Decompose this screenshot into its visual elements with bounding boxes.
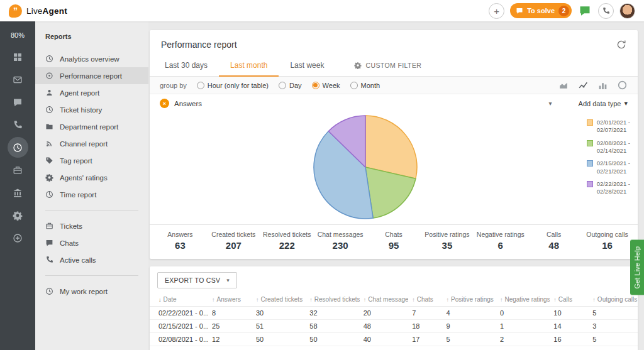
sidebar-item-label: Time report (60, 191, 96, 199)
radio-hour-only-for-table[interactable]: Hour (only for table) (197, 82, 269, 89)
chats-header-button[interactable] (577, 3, 592, 18)
series-collapse-caret[interactable]: ▾ (549, 100, 552, 107)
legend-item-2[interactable]: 02/15/2021 -02/21/2021 (587, 160, 630, 175)
calls-header-button[interactable] (598, 3, 614, 19)
rail-item-calls[interactable] (8, 114, 28, 135)
legend-item-1[interactable]: 02/08/2021 -02/14/2021 (587, 139, 630, 155)
sidebar-item-label: Tickets (60, 222, 82, 230)
sort-icon: ↑ (447, 297, 450, 303)
table-cell: 4 (443, 307, 496, 320)
report-table: ↓Date↑Answers↑Created tickets↑Resolved t… (150, 294, 638, 350)
table-cell: 8 (208, 307, 252, 320)
radio-week[interactable]: Week (312, 82, 340, 89)
radio-icon (197, 82, 204, 89)
gear-icon (354, 62, 362, 69)
sidebar-item-tag-report[interactable]: Tag report (35, 152, 148, 169)
series-row: × Answers ▾ Add data type▾ (150, 94, 638, 112)
column-header-calls[interactable]: ↑Calls (550, 294, 589, 307)
tab-last-30-days[interactable]: Last 30 days (153, 55, 219, 77)
sidebar-item-chats[interactable]: Chats (35, 234, 148, 251)
rail-item-reports[interactable] (8, 137, 28, 158)
tickets-icon (13, 165, 23, 175)
live-help-tab[interactable]: Get Live Help (630, 240, 644, 295)
rail-item-dashboard[interactable] (8, 46, 28, 67)
radio-icon (312, 82, 319, 89)
tab-last-month[interactable]: Last month (219, 55, 279, 77)
stat-answers: Answers63 (153, 231, 207, 251)
table-cell: 58 (306, 320, 359, 333)
legend-swatch-icon (587, 140, 593, 146)
column-header-date[interactable]: ↓Date (150, 294, 208, 307)
legend-item-3[interactable]: 02/22/2021 -02/28/2021 (587, 180, 630, 196)
sidebar-item-label: Agents' ratings (60, 174, 108, 182)
area-chart-icon[interactable] (558, 80, 569, 90)
line-chart-icon[interactable] (578, 80, 589, 90)
stat-value: 63 (153, 240, 207, 251)
sidebar-item-analytics-overview[interactable]: Analytics overview (35, 50, 148, 67)
liveagent-logo-icon: ” (9, 4, 22, 18)
nav-divider (45, 275, 138, 276)
column-header-created-tickets[interactable]: ↑Created tickets (252, 294, 306, 307)
sidebar-item-agents-ratings[interactable]: Agents' ratings (35, 169, 148, 186)
reports-sidebar: Reports Analytics overviewPerformance re… (35, 21, 148, 350)
donut-icon (45, 72, 53, 80)
phone-icon (602, 7, 610, 15)
sidebar-item-tickets[interactable]: Tickets (35, 217, 148, 234)
table-cell: 02/15/2021 - 0... (150, 320, 208, 333)
radio-day[interactable]: Day (279, 82, 302, 89)
table-cell: 53 (408, 346, 442, 350)
tab-last-week[interactable]: Last week (279, 55, 335, 77)
radio-label: Hour (only for table) (208, 82, 269, 89)
chat-icon (45, 239, 53, 247)
radio-month[interactable]: Month (350, 82, 380, 89)
stat-label: Resolved tickets (260, 231, 314, 238)
usage-percent: 80% (11, 31, 25, 39)
custom-filter-button[interactable]: CUSTOM FILTER (344, 55, 431, 76)
column-header-answers[interactable]: ↑Answers (208, 294, 252, 307)
sidebar-item-my-work-report[interactable]: My work report (35, 283, 148, 300)
answers-series-icon[interactable]: × (160, 99, 169, 108)
to-solve-button[interactable]: To solve 2 (510, 3, 572, 18)
billing-icon (13, 188, 23, 198)
legend-label: 02/22/2021 -02/28/2021 (597, 180, 630, 196)
table-cell: 0 (496, 307, 550, 320)
column-header-negative-ratings[interactable]: ↑Negative ratings (496, 294, 550, 307)
rail-item-chats[interactable] (8, 92, 28, 112)
rail-item-mail[interactable] (8, 69, 28, 90)
bar-chart-icon[interactable] (597, 80, 608, 90)
sidebar-item-agent-report[interactable]: Agent report (35, 84, 148, 101)
pie-chart-icon[interactable] (617, 80, 628, 90)
column-header-outgoing-calls[interactable]: ↑Outgoing calls (589, 294, 638, 307)
column-header-resolved-tickets[interactable]: ↑Resolved tickets (306, 294, 359, 307)
add-button[interactable]: + (489, 3, 504, 19)
refresh-button[interactable] (616, 40, 626, 50)
rail-item-add[interactable] (8, 227, 28, 248)
column-header-chat-messages[interactable]: ↑Chat messages (360, 294, 409, 307)
sidebar-item-active-calls[interactable]: Active calls (35, 251, 148, 268)
sidebar-item-time-report[interactable]: Time report (35, 186, 148, 203)
legend-item-0[interactable]: 02/01/2021 -02/07/2021 (587, 119, 630, 134)
sidebar-item-performance-report[interactable]: Performance report (35, 67, 148, 84)
column-header-positive-ratings[interactable]: ↑Positive ratings (443, 294, 496, 307)
table-cell: 17 (443, 346, 496, 350)
dashboard-icon (13, 52, 23, 62)
export-to-csv-button[interactable]: EXPORT TO CSV▾ (157, 272, 237, 288)
sidebar-item-department-report[interactable]: Department report (35, 118, 148, 135)
radio-label: Month (361, 82, 380, 89)
report-tabs: Last 30 daysLast monthLast weekCUSTOM FI… (150, 55, 638, 77)
to-solve-label: To solve (527, 7, 555, 14)
stat-label: Answers (153, 231, 207, 238)
column-header-chats[interactable]: ↑Chats (408, 294, 442, 307)
rail-item-tickets[interactable] (8, 160, 28, 180)
sidebar-item-ticket-history[interactable]: Ticket history (35, 101, 148, 118)
box-icon (45, 222, 53, 230)
stat-value: 6 (474, 240, 527, 251)
rail-item-settings[interactable] (8, 205, 28, 226)
avatar[interactable] (619, 3, 635, 19)
sidebar-item-channel-report[interactable]: Channel report (35, 135, 148, 152)
table-cell: 122 (360, 346, 409, 350)
table-cell: 14 (550, 320, 589, 333)
table-cell: 32 (306, 307, 359, 320)
add-data-type-button[interactable]: Add data type▾ (579, 99, 628, 107)
rail-item-billing[interactable] (8, 182, 28, 203)
